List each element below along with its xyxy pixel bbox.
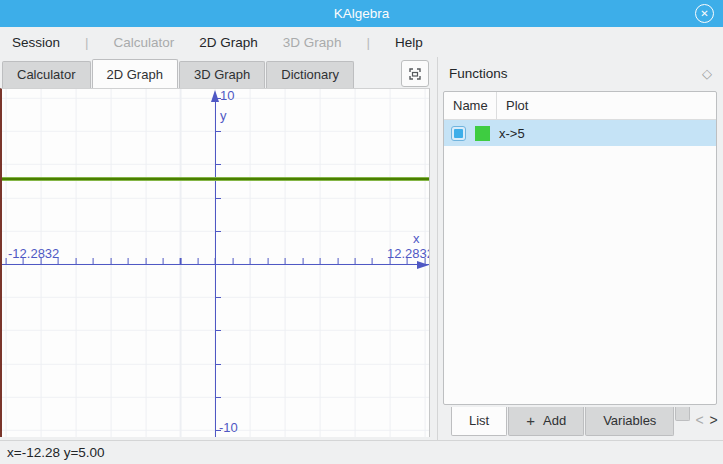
menu-separator: | [366, 35, 370, 50]
close-icon[interactable]: ✕ [695, 4, 714, 23]
graph-canvas[interactable]: 10 y -10 -12.2832 12.2832 x [0, 88, 430, 437]
scroll-right-icon[interactable]: > [710, 412, 718, 428]
x-axis-arrow-icon [417, 261, 429, 269]
column-header-plot[interactable]: Plot [497, 98, 528, 113]
fit-to-view-button[interactable] [401, 60, 429, 87]
checkbox-checked-mark [454, 129, 463, 138]
tab-scroller: < > [691, 407, 721, 428]
y-axis-label: y [220, 108, 227, 123]
tab-variables[interactable]: Variables [585, 407, 674, 436]
plus-icon: + [526, 415, 535, 427]
menu-calculator[interactable]: Calculator [114, 35, 175, 50]
menu-session[interactable]: Session [12, 35, 60, 50]
menu-2d-graph[interactable]: 2D Graph [199, 35, 258, 50]
window-title: KAlgebra [334, 6, 390, 21]
x-max-label: 12.2832 [387, 246, 430, 261]
scroll-left-icon[interactable]: < [695, 412, 703, 428]
x-min-label: -12.2832 [8, 246, 59, 261]
y-axis-ticks [215, 89, 221, 437]
main-tabbar: Calculator 2D Graph 3D Graph Dictionary [0, 57, 433, 88]
tab-3d-graph[interactable]: 3D Graph [179, 61, 265, 88]
tab-calculator[interactable]: Calculator [2, 61, 91, 88]
tab-overflow-partial[interactable] [675, 407, 690, 421]
functions-panel-title: Functions [449, 66, 508, 81]
y-min-label: -10 [219, 420, 238, 435]
dock-bottom-tabs: List + Add Variables < > [438, 407, 723, 437]
function-row[interactable]: x->5 [444, 120, 716, 146]
function-expression: x->5 [499, 126, 525, 141]
function-plot-line [2, 177, 429, 181]
menu-help[interactable]: Help [395, 35, 423, 50]
menubar: Session | Calculator 2D Graph 3D Graph |… [0, 27, 723, 57]
tab-list[interactable]: List [451, 407, 507, 436]
column-header-name[interactable]: Name [444, 92, 497, 119]
function-visible-checkbox[interactable] [451, 126, 466, 141]
function-color-swatch [475, 126, 490, 141]
titlebar: KAlgebra ✕ [0, 0, 723, 27]
float-panel-icon[interactable]: ◇ [702, 66, 712, 81]
y-max-label: 10 [220, 88, 234, 103]
menu-3d-graph[interactable]: 3D Graph [283, 35, 342, 50]
statusbar: x=-12.28 y=5.00 [0, 440, 723, 464]
tab-add-label: Add [543, 413, 566, 428]
x-axis-label: x [413, 231, 420, 246]
y-axis-arrow-icon [211, 90, 219, 102]
tab-2d-graph[interactable]: 2D Graph [92, 59, 178, 88]
functions-table: Name Plot x->5 [443, 91, 717, 405]
functions-table-header: Name Plot [444, 92, 716, 120]
functions-panel: Functions ◇ Name Plot x->5 List + Add Va… [437, 57, 723, 440]
functions-panel-header: Functions ◇ [438, 57, 723, 90]
fit-to-view-icon [407, 66, 423, 82]
cursor-coordinates: x=-12.28 y=5.00 [7, 445, 105, 460]
menu-separator: | [85, 35, 89, 50]
tab-dictionary[interactable]: Dictionary [266, 61, 354, 88]
tab-add[interactable]: + Add [508, 407, 584, 436]
